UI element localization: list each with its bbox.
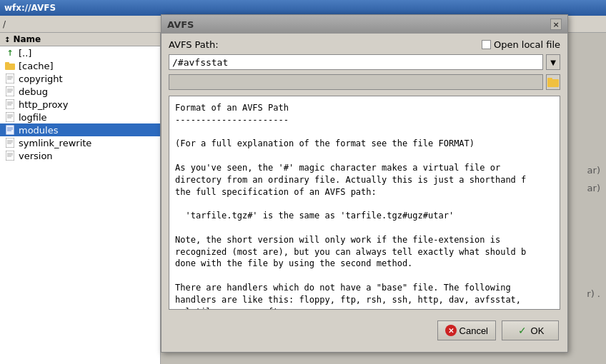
open-local-row: Open local file (482, 39, 560, 50)
page-icon (4, 73, 16, 84)
modal-titlebar: AVFS × (162, 15, 567, 34)
ok-button[interactable]: ✓ OK (502, 320, 559, 340)
sort-icon: ↕ (4, 36, 10, 44)
open-local-checkbox[interactable] (482, 40, 491, 49)
path-input[interactable] (169, 54, 543, 70)
svg-rect-1 (5, 62, 9, 65)
avfs-path-label: AVFS Path: (169, 39, 219, 50)
page-blue-icon (4, 124, 16, 136)
file-item-modules[interactable]: modules (0, 123, 160, 136)
right-text-1: ar) (587, 165, 600, 176)
svg-rect-22 (6, 138, 14, 148)
svg-rect-6 (6, 86, 14, 96)
file-item-symlink[interactable]: symlink_rewrite (0, 136, 160, 149)
file-item-label: [..] (19, 48, 31, 59)
right-text-2: ar) (587, 183, 600, 193)
modal-body: AVFS Path: Open local file ▼ (162, 34, 567, 352)
page-icon (4, 86, 16, 97)
second-input-row (169, 74, 560, 90)
cancel-icon: ✕ (445, 325, 457, 336)
svg-rect-18 (6, 125, 14, 135)
folder-browse-button[interactable] (546, 74, 560, 90)
fm-title: wfx://AVFS (4, 3, 56, 13)
path-dropdown-button[interactable]: ▼ (546, 54, 560, 70)
svg-rect-31 (547, 78, 552, 81)
info-textarea[interactable] (169, 96, 560, 310)
open-local-label: Open local file (494, 39, 560, 50)
file-list-header: ↕ Name (0, 33, 160, 46)
file-item-label: logfile (19, 112, 47, 123)
cancel-label: Cancel (460, 325, 488, 336)
svg-rect-10 (6, 99, 14, 109)
file-item-label: http_proxy (19, 99, 68, 110)
modal-close-button[interactable]: × (550, 19, 562, 30)
page-icon (4, 150, 16, 161)
path-input-row: ▼ (169, 54, 560, 70)
file-item-copyright[interactable]: copyright (0, 72, 160, 85)
page-icon (4, 111, 16, 123)
folder-browse-icon (547, 77, 559, 87)
file-item-label: version (19, 151, 53, 161)
second-input (169, 74, 543, 90)
text-container (169, 96, 560, 312)
svg-rect-14 (6, 112, 14, 122)
fm-titlebar: wfx://AVFS (0, 0, 606, 16)
file-item-version[interactable]: version (0, 149, 160, 162)
modal-footer: ✕ Cancel ✓ OK (169, 318, 560, 346)
page-icon (4, 98, 16, 110)
avfs-dialog: AVFS × AVFS Path: Open local file ▼ (161, 14, 568, 353)
file-list: ↕ Name ↑ [..] [cache] (0, 33, 161, 364)
page-icon (4, 137, 16, 148)
file-item-label: [cache] (19, 61, 54, 71)
avfs-path-row: AVFS Path: Open local file (169, 39, 560, 50)
file-item-label: modules (19, 125, 59, 136)
file-item-logfile[interactable]: logfile (0, 111, 160, 123)
fm-address: / (3, 19, 6, 29)
ok-label: OK (531, 325, 545, 336)
folder-icon (4, 60, 16, 71)
file-item-http-proxy[interactable]: http_proxy (0, 98, 160, 111)
cancel-button[interactable]: ✕ Cancel (437, 320, 496, 340)
modal-title: AVFS (167, 19, 194, 30)
ok-icon: ✓ (517, 325, 528, 336)
file-item-label: symlink_rewrite (19, 138, 91, 148)
svg-rect-2 (6, 74, 14, 84)
file-item-label: copyright (19, 74, 63, 84)
right-text-3: r) . (587, 288, 600, 299)
file-item-cache[interactable]: [cache] (0, 59, 160, 72)
file-item-debug[interactable]: debug (0, 85, 160, 98)
svg-rect-26 (6, 151, 14, 161)
up-arrow-icon: ↑ (4, 47, 16, 59)
column-name-label: Name (13, 34, 41, 44)
modal-titlebar-left: AVFS (167, 19, 194, 30)
file-item-label: debug (19, 86, 48, 97)
file-item-up[interactable]: ↑ [..] (0, 46, 160, 59)
